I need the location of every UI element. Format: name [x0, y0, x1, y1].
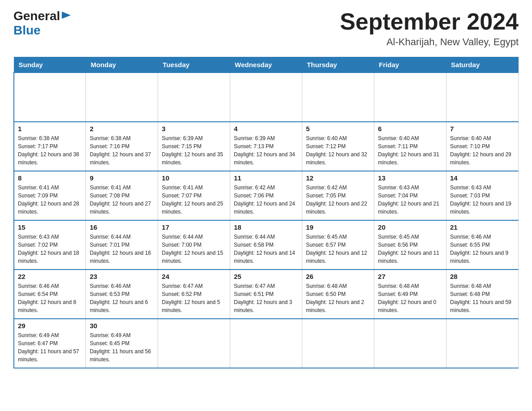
calendar-day-cell: [158, 73, 230, 122]
calendar-day-cell: 18Sunrise: 6:44 AMSunset: 6:58 PMDayligh…: [230, 220, 302, 270]
page-header: General Blue September 2024 Al-Kharijah,…: [13, 9, 519, 48]
day-number: 4: [234, 125, 298, 133]
day-number: 28: [450, 273, 515, 280]
day-info: Sunrise: 6:41 AMSunset: 7:09 PMDaylight:…: [18, 184, 82, 216]
day-number: 22: [18, 273, 82, 280]
calendar-day-cell: [446, 73, 519, 122]
calendar-day-cell: 24Sunrise: 6:47 AMSunset: 6:52 PMDayligh…: [158, 270, 230, 319]
day-info: Sunrise: 6:45 AMSunset: 6:57 PMDaylight:…: [306, 233, 370, 265]
calendar-day-cell: 28Sunrise: 6:48 AMSunset: 6:48 PMDayligh…: [446, 270, 519, 319]
day-info: Sunrise: 6:46 AMSunset: 6:54 PMDaylight:…: [18, 282, 82, 314]
day-number: 3: [162, 125, 226, 133]
calendar-day-cell: [446, 319, 519, 368]
calendar-day-cell: 9Sunrise: 6:41 AMSunset: 7:08 PMDaylight…: [86, 171, 158, 220]
calendar-day-cell: 5Sunrise: 6:40 AMSunset: 7:12 PMDaylight…: [302, 122, 374, 171]
day-number: 18: [234, 223, 298, 231]
day-info: Sunrise: 6:48 AMSunset: 6:48 PMDaylight:…: [450, 282, 515, 314]
day-info: Sunrise: 6:41 AMSunset: 7:07 PMDaylight:…: [162, 184, 226, 216]
day-info: Sunrise: 6:43 AMSunset: 7:02 PMDaylight:…: [18, 233, 82, 265]
day-number: 8: [18, 174, 82, 182]
day-info: Sunrise: 6:41 AMSunset: 7:08 PMDaylight:…: [90, 184, 154, 216]
day-number: 5: [306, 125, 370, 133]
calendar-day-cell: [374, 73, 446, 122]
day-number: 13: [378, 174, 442, 182]
calendar-week-3: 8Sunrise: 6:41 AMSunset: 7:09 PMDaylight…: [14, 171, 519, 220]
day-number: 20: [378, 223, 442, 231]
calendar-day-cell: 26Sunrise: 6:48 AMSunset: 6:50 PMDayligh…: [302, 270, 374, 319]
day-info: Sunrise: 6:38 AMSunset: 7:17 PMDaylight:…: [18, 134, 82, 167]
logo-flag-icon: [62, 12, 71, 21]
calendar-day-cell: 27Sunrise: 6:48 AMSunset: 6:49 PMDayligh…: [374, 270, 446, 319]
month-title: September 2024: [340, 9, 519, 34]
day-number: 30: [90, 322, 154, 330]
day-number: 27: [378, 273, 442, 280]
day-info: Sunrise: 6:48 AMSunset: 6:49 PMDaylight:…: [378, 282, 442, 314]
day-info: Sunrise: 6:48 AMSunset: 6:50 PMDaylight:…: [306, 282, 370, 314]
day-info: Sunrise: 6:40 AMSunset: 7:12 PMDaylight:…: [306, 134, 370, 167]
day-info: Sunrise: 6:44 AMSunset: 7:01 PMDaylight:…: [90, 233, 154, 265]
calendar-week-5: 22Sunrise: 6:46 AMSunset: 6:54 PMDayligh…: [14, 270, 519, 319]
calendar-day-cell: 25Sunrise: 6:47 AMSunset: 6:51 PMDayligh…: [230, 270, 302, 319]
header-thursday: Thursday: [302, 57, 374, 73]
day-number: 16: [90, 223, 154, 231]
calendar-day-cell: [14, 73, 86, 122]
day-number: 25: [234, 273, 298, 280]
calendar-day-cell: [158, 319, 230, 368]
calendar-day-cell: [230, 319, 302, 368]
day-number: 12: [306, 174, 370, 182]
calendar-week-2: 1Sunrise: 6:38 AMSunset: 7:17 PMDaylight…: [14, 122, 519, 171]
logo-blue: Blue: [13, 23, 71, 38]
calendar-day-cell: 29Sunrise: 6:49 AMSunset: 6:47 PMDayligh…: [14, 319, 86, 368]
calendar-table: Sunday Monday Tuesday Wednesday Thursday…: [13, 57, 519, 368]
calendar-day-cell: 12Sunrise: 6:42 AMSunset: 7:05 PMDayligh…: [302, 171, 374, 220]
header-sunday: Sunday: [14, 57, 86, 73]
day-info: Sunrise: 6:47 AMSunset: 6:51 PMDaylight:…: [234, 282, 298, 314]
day-info: Sunrise: 6:44 AMSunset: 6:58 PMDaylight:…: [234, 233, 298, 265]
calendar-day-cell: 14Sunrise: 6:43 AMSunset: 7:03 PMDayligh…: [446, 171, 519, 220]
calendar-day-cell: 3Sunrise: 6:39 AMSunset: 7:15 PMDaylight…: [158, 122, 230, 171]
day-info: Sunrise: 6:39 AMSunset: 7:15 PMDaylight:…: [162, 134, 226, 167]
day-number: 10: [162, 174, 226, 182]
day-number: 29: [18, 322, 82, 330]
calendar-day-cell: [374, 319, 446, 368]
calendar-day-cell: 17Sunrise: 6:44 AMSunset: 7:00 PMDayligh…: [158, 220, 230, 270]
day-number: 23: [90, 273, 154, 280]
header-monday: Monday: [86, 57, 158, 73]
calendar-header-row: Sunday Monday Tuesday Wednesday Thursday…: [14, 57, 519, 73]
calendar-week-4: 15Sunrise: 6:43 AMSunset: 7:02 PMDayligh…: [14, 220, 519, 270]
day-info: Sunrise: 6:45 AMSunset: 6:56 PMDaylight:…: [378, 233, 442, 265]
day-info: Sunrise: 6:46 AMSunset: 6:53 PMDaylight:…: [90, 282, 154, 314]
day-info: Sunrise: 6:42 AMSunset: 7:05 PMDaylight:…: [306, 184, 370, 216]
day-number: 26: [306, 273, 370, 280]
day-number: 11: [234, 174, 298, 182]
calendar-day-cell: 19Sunrise: 6:45 AMSunset: 6:57 PMDayligh…: [302, 220, 374, 270]
calendar-day-cell: 4Sunrise: 6:39 AMSunset: 7:13 PMDaylight…: [230, 122, 302, 171]
calendar-day-cell: [302, 73, 374, 122]
day-info: Sunrise: 6:47 AMSunset: 6:52 PMDaylight:…: [162, 282, 226, 314]
header-saturday: Saturday: [446, 57, 519, 73]
calendar-day-cell: 7Sunrise: 6:40 AMSunset: 7:10 PMDaylight…: [446, 122, 519, 171]
day-number: 6: [378, 125, 442, 133]
day-number: 15: [18, 223, 82, 231]
calendar-day-cell: 21Sunrise: 6:46 AMSunset: 6:55 PMDayligh…: [446, 220, 519, 270]
calendar-day-cell: 13Sunrise: 6:43 AMSunset: 7:04 PMDayligh…: [374, 171, 446, 220]
day-info: Sunrise: 6:40 AMSunset: 7:11 PMDaylight:…: [378, 134, 442, 167]
day-info: Sunrise: 6:40 AMSunset: 7:10 PMDaylight:…: [450, 134, 515, 167]
header-friday: Friday: [374, 57, 446, 73]
day-number: 24: [162, 273, 226, 280]
day-info: Sunrise: 6:49 AMSunset: 6:47 PMDaylight:…: [18, 331, 82, 364]
calendar-day-cell: 15Sunrise: 6:43 AMSunset: 7:02 PMDayligh…: [14, 220, 86, 270]
header-wednesday: Wednesday: [230, 57, 302, 73]
day-number: 2: [90, 125, 154, 133]
day-number: 17: [162, 223, 226, 231]
calendar-day-cell: 6Sunrise: 6:40 AMSunset: 7:11 PMDaylight…: [374, 122, 446, 171]
logo-general: General: [13, 9, 60, 23]
location-subtitle: Al-Kharijah, New Valley, Egypt: [340, 36, 519, 48]
day-info: Sunrise: 6:44 AMSunset: 7:00 PMDaylight:…: [162, 233, 226, 265]
header-tuesday: Tuesday: [158, 57, 230, 73]
day-number: 19: [306, 223, 370, 231]
calendar-day-cell: [302, 319, 374, 368]
day-info: Sunrise: 6:43 AMSunset: 7:04 PMDaylight:…: [378, 184, 442, 216]
calendar-day-cell: 8Sunrise: 6:41 AMSunset: 7:09 PMDaylight…: [14, 171, 86, 220]
day-number: 9: [90, 174, 154, 182]
